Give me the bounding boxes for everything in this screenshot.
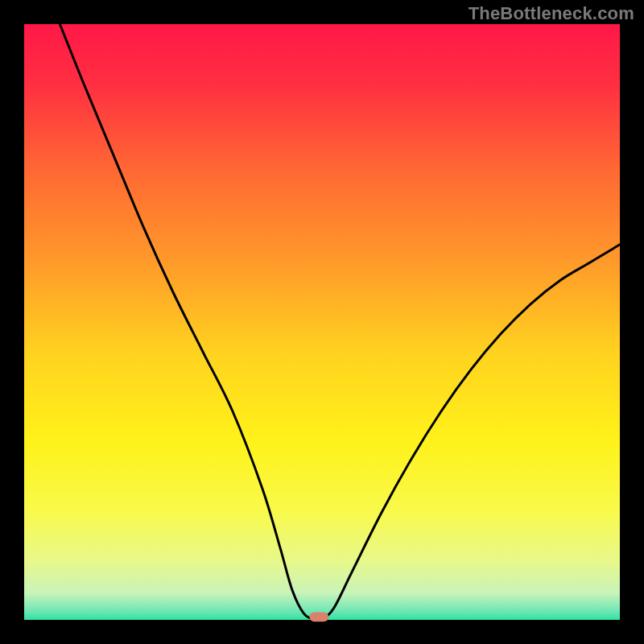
watermark-text: TheBottleneck.com xyxy=(469,3,634,24)
bottleneck-chart xyxy=(0,0,644,644)
gradient-background xyxy=(24,24,620,620)
chart-container: TheBottleneck.com xyxy=(0,0,644,644)
optimal-point-marker xyxy=(309,612,328,621)
